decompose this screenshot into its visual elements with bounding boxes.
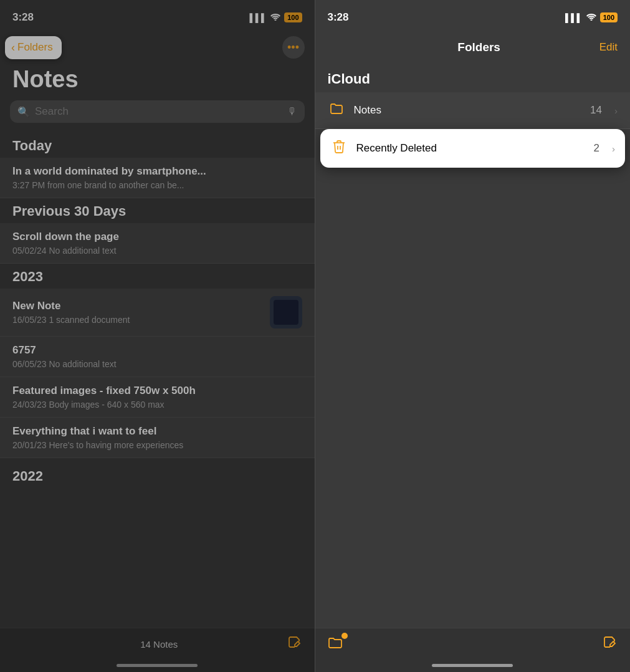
svg-point-1 (590, 19, 592, 21)
note-item[interactable]: Everything that i want to feel 20/01/23 … (0, 418, 315, 458)
right-panel: 3:28 ▌▌▌ 100 Folders Edit iCloud (315, 0, 631, 672)
left-panel: 3:28 ▌▌▌ 100 ‹ Folders ••• Notes � (0, 0, 315, 672)
note-thumbnail (270, 296, 302, 329)
note-title: New Note (12, 300, 264, 312)
note-text-block: New Note 16/05/23 1 scanned document (12, 300, 264, 325)
folder-item-recently-deleted[interactable]: Recently Deleted 2 › (320, 129, 626, 168)
folder-deleted-count: 2 (594, 142, 599, 155)
battery-right: 100 (600, 12, 618, 22)
folder-notes-label: Notes (354, 104, 582, 117)
note-meta: 3:27 PM from one brand to another can be… (12, 180, 302, 190)
status-bar-right: 3:28 ▌▌▌ 100 (315, 0, 631, 31)
wifi-icon-right (586, 13, 596, 22)
back-label: Folders (17, 41, 53, 54)
edit-button[interactable]: Edit (599, 41, 618, 54)
time-left: 3:28 (12, 11, 34, 24)
section-2023: 2023 (0, 264, 315, 289)
status-icons-left: ▌▌▌ 100 (250, 12, 302, 22)
note-meta: 06/05/23 No additional text (12, 359, 302, 369)
note-item[interactable]: 6757 06/05/23 No additional text (0, 337, 315, 377)
note-meta: 05/02/24 No additional text (12, 246, 302, 256)
folders-button[interactable] (328, 635, 345, 653)
thumb-image (274, 300, 298, 325)
compose-button-right[interactable] (603, 635, 618, 653)
status-bar-left: 3:28 ▌▌▌ 100 (0, 0, 315, 31)
chevron-icon: › (614, 105, 618, 116)
more-options-button[interactable]: ••• (282, 36, 305, 59)
note-item[interactable]: In a world dominated by smartphone... 3:… (0, 158, 315, 198)
notes-title: Notes (0, 64, 315, 100)
notes-count-label: 14 Notes (31, 639, 287, 650)
icloud-label: iCloud (315, 64, 631, 92)
battery-left: 100 (284, 12, 302, 22)
nav-bar-left: ‹ Folders ••• (0, 31, 315, 64)
chevron-icon: › (612, 143, 615, 154)
folder-icon (328, 101, 345, 120)
ellipsis-icon: ••• (287, 41, 299, 54)
home-indicator-left (117, 664, 198, 667)
home-indicator-right (432, 664, 513, 667)
nav-bar-right: Folders Edit (315, 31, 631, 64)
notes-list: Today In a world dominated by smartphone… (0, 133, 315, 488)
note-title: 6757 (12, 344, 302, 357)
search-icon: 🔍 (17, 106, 30, 118)
note-item[interactable]: Scroll down the page 05/02/24 No additio… (0, 223, 315, 264)
wifi-icon-left (270, 13, 280, 22)
svg-point-0 (275, 19, 277, 21)
note-title: Scroll down the page (12, 231, 302, 243)
folder-deleted-label: Recently Deleted (356, 142, 585, 155)
signal-icon-left: ▌▌▌ (250, 13, 267, 22)
folder-notes-count: 14 (590, 104, 602, 117)
note-item[interactable]: Featured images - fixed 750w x 500h 24/0… (0, 377, 315, 418)
folder-item-notes[interactable]: Notes 14 › (315, 92, 631, 129)
status-icons-right: ▌▌▌ 100 (565, 12, 618, 22)
trash-icon (330, 139, 348, 158)
microphone-icon: 🎙 (287, 106, 297, 117)
search-placeholder: Search (35, 105, 282, 118)
note-item[interactable]: New Note 16/05/23 1 scanned document (0, 289, 315, 337)
folder-badge (341, 633, 348, 639)
signal-icon-right: ▌▌▌ (565, 13, 583, 22)
note-meta: 24/03/23 Body images - 640 x 560 max (12, 400, 302, 410)
section-prev30: Previous 30 Days (0, 198, 315, 223)
note-with-thumb: New Note 16/05/23 1 scanned document (12, 296, 302, 329)
section-today: Today (0, 133, 315, 158)
note-title: In a world dominated by smartphone... (12, 165, 302, 178)
nav-title-right: Folders (457, 41, 500, 54)
note-meta: 20/01/23 Here's to having more experienc… (12, 440, 302, 450)
note-title: Featured images - fixed 750w x 500h (12, 385, 302, 397)
back-chevron-icon: ‹ (11, 41, 15, 54)
time-right: 3:28 (328, 11, 349, 24)
note-meta: 16/05/23 1 scanned document (12, 315, 264, 325)
note-title: Everything that i want to feel (12, 425, 302, 438)
compose-button[interactable] (287, 635, 302, 653)
back-button[interactable]: ‹ Folders (5, 36, 62, 59)
section-2022: 2022 (0, 458, 315, 488)
folder-list: Notes 14 › Recently Deleted 2 › (315, 92, 631, 168)
search-bar[interactable]: 🔍 Search 🎙 (10, 100, 305, 123)
